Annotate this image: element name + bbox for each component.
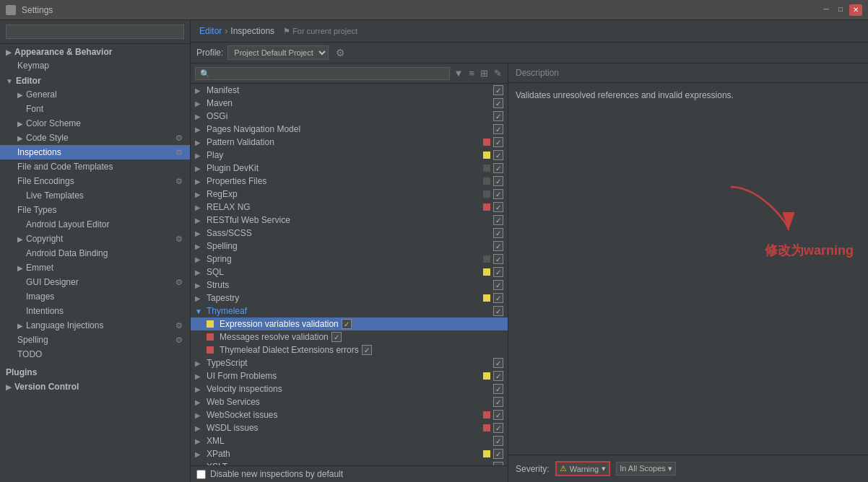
sidebar-item-inspections[interactable]: Inspections ⚙ bbox=[0, 145, 190, 159]
list-item[interactable]: ▶ Velocity inspections bbox=[191, 382, 508, 395]
checkbox-icon[interactable] bbox=[493, 436, 503, 446]
filter-input[interactable] bbox=[195, 67, 450, 80]
sidebar-item-images[interactable]: Images bbox=[0, 289, 190, 304]
list-item[interactable]: Thymeleaf Dialect Extensions errors bbox=[191, 343, 508, 356]
list-item[interactable]: ▶ Spring bbox=[191, 253, 508, 266]
list-item[interactable]: ▶ Sass/SCSS bbox=[191, 227, 508, 240]
checkbox-icon[interactable] bbox=[362, 345, 372, 355]
list-item[interactable]: ▶ Struts bbox=[191, 279, 508, 292]
list-item[interactable]: ▶ WSDL issues bbox=[191, 421, 508, 434]
sidebar-item-spelling[interactable]: Spelling ⚙ bbox=[0, 333, 190, 347]
checkbox-icon[interactable] bbox=[493, 449, 503, 459]
filter-btn-2[interactable]: ≡ bbox=[467, 66, 476, 80]
breadcrumb-editor-link[interactable]: Editor bbox=[199, 26, 222, 36]
list-item[interactable]: ▶ Tapestry bbox=[191, 292, 508, 304]
list-item[interactable]: ▶ OSGi bbox=[191, 110, 508, 123]
profile-gear-button[interactable]: ⚙ bbox=[333, 45, 348, 60]
checkbox-icon[interactable] bbox=[493, 150, 503, 160]
list-item[interactable]: ▶ XPath bbox=[191, 447, 508, 460]
checkbox-icon[interactable] bbox=[493, 85, 503, 95]
sidebar-item-intentions[interactable]: Intentions bbox=[0, 304, 190, 318]
sidebar-item-editor[interactable]: ▼ Editor bbox=[0, 73, 190, 87]
checkbox-icon[interactable] bbox=[493, 410, 503, 420]
sidebar-item-emmet[interactable]: ▶ Emmet bbox=[0, 260, 190, 275]
sidebar-item-gui-designer[interactable]: GUI Designer ⚙ bbox=[0, 275, 190, 289]
checkbox-icon[interactable] bbox=[493, 137, 503, 147]
list-item[interactable]: ▶ Properties Files bbox=[191, 175, 508, 188]
list-item[interactable]: ▶ Manifest bbox=[191, 84, 508, 97]
checkbox-icon[interactable] bbox=[493, 371, 503, 381]
checkbox-icon[interactable] bbox=[493, 423, 503, 433]
checkbox-icon[interactable] bbox=[493, 202, 503, 212]
checkbox-icon[interactable] bbox=[493, 293, 503, 303]
close-button[interactable]: ✕ bbox=[849, 4, 862, 16]
checkbox-icon[interactable] bbox=[493, 176, 503, 186]
sidebar-item-version-control[interactable]: ▶ Version Control bbox=[0, 379, 190, 393]
disable-new-inspections-checkbox[interactable] bbox=[196, 470, 206, 479]
title-bar: Settings ─ □ ✕ bbox=[0, 0, 868, 20]
severity-select[interactable]: ⚠ Warning ▾ bbox=[555, 461, 611, 476]
sidebar-item-plugins[interactable]: Plugins bbox=[0, 364, 190, 379]
sidebar-item-android-layout[interactable]: Android Layout Editor bbox=[0, 217, 190, 232]
checkbox-icon[interactable] bbox=[493, 384, 503, 394]
list-item[interactable]: Expression variables validation bbox=[191, 317, 508, 330]
list-item[interactable]: ▶ Web Services bbox=[191, 395, 508, 408]
list-item[interactable]: ▶ XML bbox=[191, 434, 508, 447]
severity-dot bbox=[483, 268, 490, 276]
sidebar-item-todo[interactable]: TODO bbox=[0, 347, 190, 362]
list-item[interactable]: ▶ Pattern Validation bbox=[191, 136, 508, 149]
checkbox-icon[interactable] bbox=[493, 215, 503, 225]
sidebar-item-font[interactable]: Font bbox=[0, 102, 190, 116]
checkbox-icon[interactable] bbox=[493, 267, 503, 277]
list-item[interactable]: ▶ Plugin DevKit bbox=[191, 162, 508, 175]
filter-btn-3[interactable]: ⊞ bbox=[479, 66, 490, 80]
checkbox-icon[interactable] bbox=[493, 306, 503, 316]
sidebar-item-general[interactable]: ▶ General bbox=[0, 87, 190, 102]
checkbox-icon[interactable] bbox=[493, 358, 503, 368]
list-item[interactable]: ▼ Thymeleaf bbox=[191, 304, 508, 317]
checkbox-icon[interactable] bbox=[493, 111, 503, 121]
filter-btn-4[interactable]: ✎ bbox=[492, 66, 503, 80]
sidebar-search-input[interactable] bbox=[6, 25, 184, 39]
sidebar-item-lang-injections[interactable]: ▶ Language Injections ⚙ bbox=[0, 318, 190, 333]
sidebar-item-keymap[interactable]: Keymap bbox=[0, 58, 190, 73]
list-item[interactable]: ▶ RESTful Web Service bbox=[191, 214, 508, 227]
checkbox-icon[interactable] bbox=[493, 124, 503, 134]
list-item[interactable]: ▶ Maven bbox=[191, 97, 508, 110]
sidebar-item-code-style[interactable]: ▶ Code Style ⚙ bbox=[0, 131, 190, 145]
checkbox-icon[interactable] bbox=[493, 241, 503, 251]
list-item[interactable]: ▶ RegExp bbox=[191, 188, 508, 201]
list-item[interactable]: ▶ WebSocket issues bbox=[191, 408, 508, 421]
checkbox-icon[interactable] bbox=[493, 228, 503, 238]
list-item[interactable]: ▶ Play bbox=[191, 149, 508, 162]
checkbox-icon[interactable] bbox=[331, 332, 342, 342]
list-item[interactable]: ▶ XSLT bbox=[191, 460, 508, 465]
sidebar-item-file-encodings[interactable]: File Encodings ⚙ bbox=[0, 174, 190, 188]
checkbox-icon[interactable] bbox=[493, 163, 503, 173]
checkbox-icon[interactable] bbox=[493, 254, 503, 264]
checkbox-icon[interactable] bbox=[493, 280, 503, 290]
sidebar-item-copyright[interactable]: ▶ Copyright ⚙ bbox=[0, 232, 190, 246]
sidebar-item-appearance[interactable]: ▶ Appearance & Behavior bbox=[0, 44, 190, 58]
checkbox-icon[interactable] bbox=[493, 98, 503, 108]
list-item[interactable]: Messages resolve validation bbox=[191, 330, 508, 343]
profile-select[interactable]: Project Default Project bbox=[227, 45, 329, 60]
list-item[interactable]: ▶ Pages Navigation Model bbox=[191, 123, 508, 136]
list-item[interactable]: ▶ Spelling bbox=[191, 240, 508, 253]
maximize-button[interactable]: □ bbox=[835, 4, 846, 14]
sidebar-item-android-data[interactable]: Android Data Binding bbox=[0, 246, 190, 260]
sidebar-item-live-templates[interactable]: Live Templates bbox=[0, 188, 190, 203]
sidebar-item-color-scheme[interactable]: ▶ Color Scheme bbox=[0, 116, 190, 131]
checkbox-icon[interactable] bbox=[493, 189, 503, 199]
list-item[interactable]: ▶ SQL bbox=[191, 266, 508, 279]
checkbox-icon[interactable] bbox=[493, 397, 503, 407]
scope-select[interactable]: In All Scopes ▾ bbox=[616, 462, 676, 476]
sidebar-item-file-code-templates[interactable]: File and Code Templates bbox=[0, 159, 190, 174]
checkbox-icon[interactable] bbox=[342, 319, 352, 329]
sidebar-item-file-types[interactable]: File Types bbox=[0, 203, 190, 217]
minimize-button[interactable]: ─ bbox=[820, 4, 832, 14]
list-item[interactable]: ▶ UI Form Problems bbox=[191, 369, 508, 382]
filter-btn-1[interactable]: ▼ bbox=[453, 66, 465, 80]
list-item[interactable]: ▶ RELAX NG bbox=[191, 201, 508, 214]
list-item[interactable]: ▶ TypeScript bbox=[191, 356, 508, 369]
